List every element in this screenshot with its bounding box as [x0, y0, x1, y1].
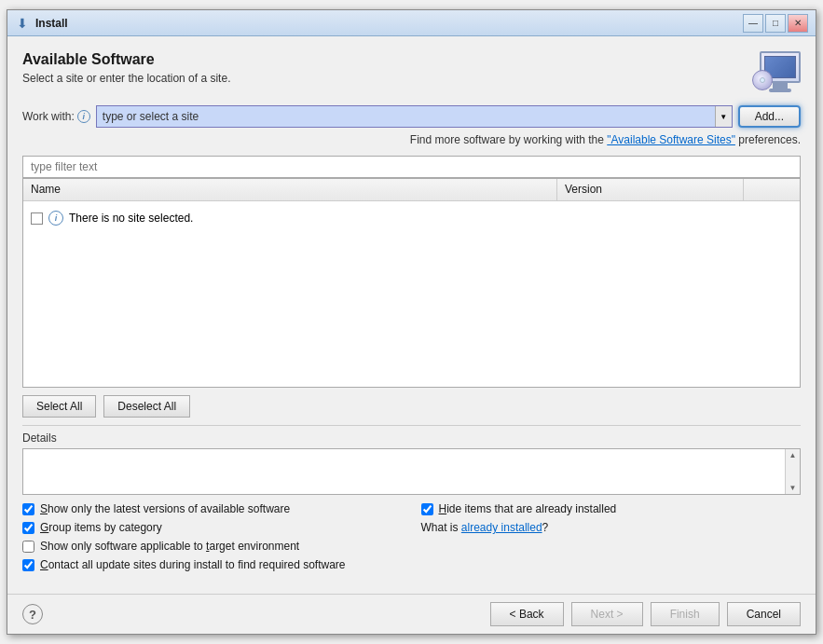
group-category-label: Group items by category: [40, 521, 162, 534]
site-input[interactable]: [97, 106, 715, 127]
contact-sites-label: Contact all update sites during install …: [40, 558, 346, 571]
monitor-base: [769, 89, 791, 92]
check-row-target-env: Show only software applicable to target …: [22, 540, 403, 553]
target-env-label: Show only software applicable to target …: [40, 540, 299, 553]
deselect-all-button[interactable]: Deselect All: [103, 395, 190, 418]
row-checkbox[interactable]: [31, 212, 43, 225]
table-header: Name Version: [23, 179, 800, 201]
table-body: i There is no site selected.: [23, 201, 800, 387]
next-button[interactable]: Next >: [571, 602, 643, 626]
available-software-sites-link[interactable]: "Available Software Sites": [607, 133, 735, 146]
window-title: Install: [35, 17, 743, 30]
details-box: ▲ ▼: [22, 448, 801, 495]
work-with-info-icon[interactable]: i: [77, 110, 90, 123]
table-row: i There is no site selected.: [31, 209, 193, 227]
filter-box: [22, 156, 801, 178]
group-category-checkbox[interactable]: [22, 522, 34, 534]
what-is-label: What is already installed?: [421, 521, 549, 534]
header-section: Available Software Select a site or ente…: [22, 51, 801, 96]
install-window: ⬇ Install — □ ✕ Available Software Selec…: [7, 9, 816, 635]
filter-input[interactable]: [23, 157, 800, 177]
scroll-down-arrow[interactable]: ▼: [789, 484, 797, 492]
content-area: Available Software Select a site or ente…: [7, 36, 816, 594]
latest-versions-label: Show only the latest versions of availab…: [40, 502, 290, 515]
target-env-checkbox[interactable]: [22, 541, 34, 553]
details-label: Details: [22, 432, 801, 445]
site-dropdown-arrow[interactable]: ▼: [715, 106, 732, 127]
maximize-button[interactable]: □: [765, 14, 786, 33]
finish-button[interactable]: Finish: [651, 602, 720, 626]
header-text: Available Software Select a site or ente…: [22, 51, 230, 96]
bottom-bar: ? < Back Next > Finish Cancel: [7, 594, 816, 634]
column-header-name: Name: [23, 179, 557, 200]
check-row-hide-installed: Hide items that are already installed: [421, 502, 802, 515]
software-table: Name Version i There is no site selected…: [22, 178, 801, 388]
right-checkboxes: Hide items that are already installed Wh…: [421, 502, 802, 571]
select-all-button[interactable]: Select All: [22, 395, 96, 418]
already-installed-link[interactable]: already installed: [461, 521, 542, 534]
hide-installed-label: Hide items that are already installed: [439, 502, 617, 515]
check-row-group-category: Group items by category: [22, 521, 403, 534]
scroll-up-arrow[interactable]: ▲: [789, 451, 797, 459]
select-deselect-row: Select All Deselect All: [22, 388, 801, 425]
details-scrollbar[interactable]: ▲ ▼: [785, 449, 800, 494]
checkboxes-area: Show only the latest versions of availab…: [22, 502, 801, 571]
help-button[interactable]: ?: [22, 604, 43, 624]
column-header-extra: [744, 179, 800, 200]
page-title: Available Software: [22, 51, 230, 68]
column-header-version: Version: [557, 179, 744, 200]
cancel-button[interactable]: Cancel: [727, 602, 801, 626]
cd-icon: [752, 70, 773, 90]
no-site-label: There is no site selected.: [69, 212, 193, 225]
minimize-button[interactable]: —: [743, 14, 763, 33]
site-input-container: ▼: [96, 105, 733, 128]
latest-versions-checkbox[interactable]: [22, 503, 34, 515]
close-button[interactable]: ✕: [788, 14, 808, 33]
back-button[interactable]: < Back: [490, 602, 564, 626]
add-button[interactable]: Add...: [738, 105, 801, 128]
software-icon: [752, 51, 801, 92]
software-sites-row: Find more software by working with the "…: [22, 133, 801, 146]
left-checkboxes: Show only the latest versions of availab…: [22, 502, 403, 571]
page-subtitle: Select a site or enter the location of a…: [22, 72, 230, 85]
window-icon: ⬇: [15, 16, 30, 31]
contact-sites-checkbox[interactable]: [22, 559, 34, 571]
cd-hole: [760, 77, 765, 83]
row-info-icon: i: [48, 211, 63, 226]
hide-installed-checkbox[interactable]: [421, 503, 433, 515]
details-section: Details ▲ ▼: [22, 425, 801, 495]
title-bar: ⬇ Install — □ ✕: [7, 10, 816, 36]
check-row-contact-sites: Contact all update sites during install …: [22, 558, 403, 571]
work-with-row: Work with: i ▼ Add...: [22, 105, 801, 128]
check-row-what-is-installed: What is already installed?: [421, 521, 802, 534]
check-row-latest-versions: Show only the latest versions of availab…: [22, 502, 403, 515]
title-bar-buttons: — □ ✕: [743, 14, 808, 33]
work-with-label: Work with: i: [22, 110, 90, 123]
navigation-buttons: < Back Next > Finish Cancel: [490, 602, 801, 626]
